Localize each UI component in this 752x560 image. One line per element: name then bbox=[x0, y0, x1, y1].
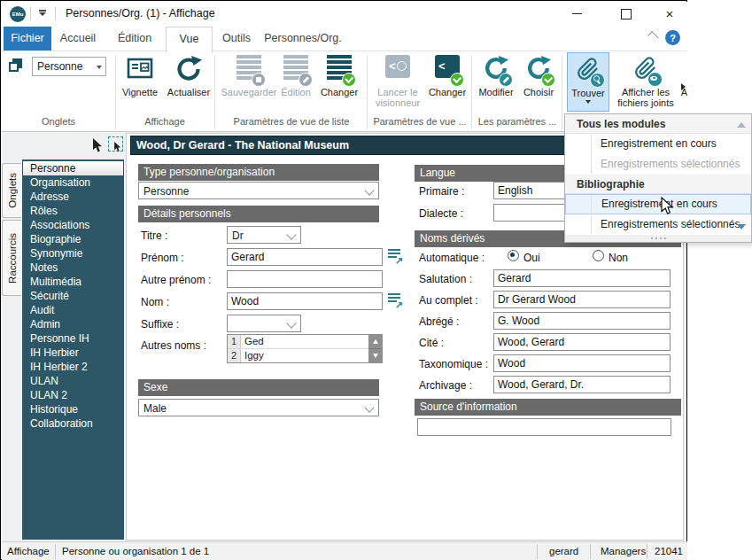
side-tab-onglets-label: Onglets bbox=[7, 173, 18, 208]
suffixe-combo[interactable] bbox=[227, 315, 301, 332]
changer-visionneur-button[interactable]: < Changer bbox=[425, 52, 469, 111]
sidebar-item-admin[interactable]: Admin bbox=[23, 317, 123, 331]
radio-oui[interactable] bbox=[508, 250, 519, 261]
status-user: gerard bbox=[549, 546, 578, 556]
radio-non[interactable] bbox=[593, 250, 604, 261]
type-personne-combo[interactable]: Personne bbox=[138, 182, 379, 199]
sidebar-item-adresse[interactable]: Adresse bbox=[23, 190, 123, 204]
list-save-icon bbox=[235, 55, 263, 87]
prenom-input[interactable] bbox=[227, 248, 383, 266]
close-icon: × bbox=[666, 7, 674, 20]
sidebar-item-ulan[interactable]: ULAN bbox=[23, 374, 123, 388]
sidebar-item-associations[interactable]: Associations bbox=[23, 218, 123, 232]
close-button[interactable]: × bbox=[655, 2, 685, 26]
abrege-input[interactable] bbox=[493, 312, 671, 330]
multilingual-icon[interactable]: ↗ bbox=[388, 293, 401, 307]
sidebar-item-multimedia[interactable]: Multimédia bbox=[23, 275, 123, 289]
sidebar-item-personne[interactable]: Personne bbox=[23, 161, 123, 175]
maximize-button[interactable] bbox=[611, 2, 641, 26]
clipped-ribbon-button[interactable]: A bbox=[680, 52, 688, 111]
sidebar-item-biographie[interactable]: Biographie bbox=[23, 232, 123, 246]
menu-item-tous-enregistrement-en-cours[interactable]: Enregistrement en cours bbox=[565, 134, 751, 154]
vignette-button[interactable]: Vignette bbox=[117, 52, 163, 111]
salutation-input[interactable] bbox=[493, 269, 671, 287]
type-personne-value: Personne bbox=[143, 185, 189, 198]
sidebar-item-personne-ih[interactable]: Personne IH bbox=[23, 331, 123, 346]
tab-edition[interactable]: Édition bbox=[108, 27, 161, 51]
autres-noms-row-2[interactable]: 2 Iggy bbox=[228, 349, 382, 362]
taxonomique-input[interactable] bbox=[493, 354, 671, 372]
sidebar-item-ih-herbier[interactable]: IH Herbier bbox=[23, 346, 123, 360]
chevron-down-icon[interactable] bbox=[364, 185, 374, 195]
radio-non-label[interactable]: Non bbox=[609, 252, 628, 264]
actualiser-button[interactable]: Actualiser bbox=[165, 52, 213, 111]
quick-access-dropdown-icon[interactable] bbox=[39, 10, 46, 12]
sauvegarder-label: Sauvegarder bbox=[220, 87, 278, 97]
au-complet-input[interactable] bbox=[493, 291, 671, 308]
afficher-fichiers-joints-button[interactable]: Afficher les fichiers joints bbox=[611, 52, 680, 111]
group-separator bbox=[562, 55, 562, 129]
sidebar-item-audit[interactable]: Audit bbox=[23, 303, 123, 317]
tab-fichier[interactable]: Fichier bbox=[4, 27, 51, 51]
autres-noms-row-1[interactable]: 1 Ged bbox=[228, 335, 382, 349]
sidebar-item-roles[interactable]: Rôles bbox=[23, 204, 123, 218]
cite-input[interactable] bbox=[493, 333, 671, 351]
scroll-up-icon[interactable] bbox=[368, 335, 382, 349]
tab-outils[interactable]: Outils bbox=[214, 27, 259, 51]
tab-personnes-org[interactable]: Personnes/Org. bbox=[262, 27, 344, 51]
modifier-button[interactable]: Modifier bbox=[475, 52, 517, 111]
chevron-down-icon[interactable] bbox=[364, 402, 374, 412]
choisir-button[interactable]: Choisir bbox=[519, 52, 558, 111]
app-icon[interactable]: EMu bbox=[10, 6, 26, 22]
menu-item-biblio-enregistrements-selectionnes[interactable]: Enregistrements sélectionnés bbox=[565, 214, 751, 235]
nom-input[interactable] bbox=[227, 292, 383, 310]
titre-combo[interactable]: Dr bbox=[227, 226, 301, 244]
eye-badge-icon bbox=[647, 72, 663, 87]
changer-vue-liste-button[interactable]: Changer bbox=[314, 52, 365, 111]
source-information-input[interactable] bbox=[417, 418, 671, 436]
status-group: Managers bbox=[601, 546, 646, 556]
menu-gutter-line bbox=[591, 195, 592, 234]
sidebar-item-historique[interactable]: Historique bbox=[23, 402, 123, 416]
chevron-down-icon[interactable] bbox=[286, 318, 296, 328]
archivage-input[interactable] bbox=[493, 376, 671, 393]
quick-access-caret-icon[interactable] bbox=[39, 12, 46, 16]
combo-caret-icon[interactable] bbox=[97, 66, 102, 69]
menu-scroll-up-icon[interactable] bbox=[737, 122, 746, 128]
autre-prenom-input[interactable] bbox=[227, 270, 383, 288]
tab-accueil[interactable]: Accueil bbox=[55, 27, 101, 51]
side-tab-raccourcis[interactable]: Raccourcis bbox=[2, 220, 21, 296]
section-type-personne: Type personne/organisation bbox=[138, 164, 379, 181]
sidebar-item-ulan-2[interactable]: ULAN 2 bbox=[23, 388, 123, 402]
menu-item-biblio-enregistrement-en-cours[interactable]: Enregistrement en cours bbox=[565, 194, 751, 214]
marquee-select-icon[interactable] bbox=[108, 136, 123, 152]
tab-vue[interactable]: Vue bbox=[166, 27, 213, 53]
autre-prenom-label: Autre prénom : bbox=[141, 274, 211, 286]
sidebar-item-securite[interactable]: Sécurité bbox=[23, 289, 123, 303]
multilingual-icon[interactable]: ↗ bbox=[388, 249, 401, 262]
help-button[interactable]: ? bbox=[665, 30, 680, 45]
grid-scrollbar[interactable] bbox=[368, 335, 382, 362]
sexe-combo[interactable]: Male bbox=[138, 399, 379, 416]
menu-scroll-down-icon[interactable] bbox=[737, 224, 746, 229]
sidebar-item-organisation[interactable]: Organisation bbox=[23, 175, 123, 190]
tab-select-combo[interactable]: Personne bbox=[32, 57, 106, 76]
sidebar-item-synonymie[interactable]: Synonymie bbox=[23, 246, 123, 261]
chevron-down-icon[interactable] bbox=[286, 229, 296, 239]
trouver-button[interactable]: Trouver bbox=[567, 52, 609, 112]
radio-oui-label[interactable]: Oui bbox=[523, 252, 540, 264]
minimize-button[interactable] bbox=[562, 2, 592, 26]
sidebar-item-collaboration[interactable]: Collaboration bbox=[23, 416, 123, 431]
autres-noms-grid[interactable]: 1 Ged 2 Iggy bbox=[227, 334, 383, 363]
side-tab-onglets[interactable]: Onglets bbox=[2, 163, 21, 218]
trouver-dropdown-caret-icon[interactable] bbox=[585, 100, 591, 104]
row-value[interactable]: Ged bbox=[241, 335, 382, 348]
ribbon-overflow-arrow-icon[interactable] bbox=[681, 83, 686, 90]
group-label-parametres: Les paramètres ... bbox=[475, 116, 560, 127]
row-value[interactable]: Iggy bbox=[241, 349, 382, 362]
sidebar-item-notes[interactable]: Notes bbox=[23, 261, 123, 275]
scroll-down-icon[interactable] bbox=[368, 349, 382, 362]
menu-resize-grip[interactable] bbox=[565, 235, 751, 242]
select-cursor-icon[interactable] bbox=[92, 138, 104, 156]
sidebar-item-ih-herbier-2[interactable]: IH Herbier 2 bbox=[23, 360, 123, 374]
